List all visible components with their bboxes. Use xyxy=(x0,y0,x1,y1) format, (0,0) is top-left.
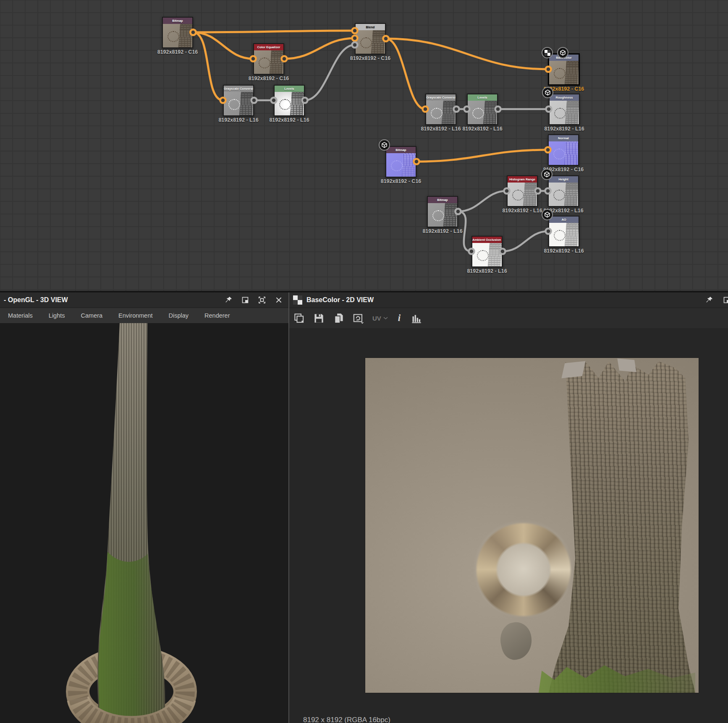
save-icon[interactable] xyxy=(313,313,325,324)
node-bitmap1[interactable]: Bitmap xyxy=(162,17,193,48)
image-size-status: 8192 x 8192 (RGBA 16bpc) xyxy=(303,716,390,723)
node-caption: 8192x8192 - C16 xyxy=(363,178,439,184)
node-thumbnail xyxy=(224,92,253,115)
node-thumbnail xyxy=(508,183,537,206)
node-bitmap2[interactable]: Bitmap xyxy=(385,146,416,177)
node-height[interactable]: Height xyxy=(548,175,579,207)
uv-mode-dropdown[interactable]: UV xyxy=(372,315,388,322)
node-thumbnail xyxy=(163,24,192,47)
node-levels2[interactable]: Levels xyxy=(467,94,498,125)
node-header: Ambient Occlusion (HB... xyxy=(472,237,502,243)
copy-icon[interactable] xyxy=(333,313,344,324)
node-gs1[interactable]: Grayscale Conversion xyxy=(223,85,254,116)
node-header: Levels xyxy=(275,86,304,92)
node-thumbnail xyxy=(468,101,497,124)
panel-3d-menubar: MaterialsLightsCameraEnvironmentDisplayR… xyxy=(0,308,288,323)
panel-2d-toolbar: UV i xyxy=(289,308,728,328)
node-caption: 8192x8192 - L16 xyxy=(251,117,327,123)
node-header: Grayscale Conversion xyxy=(224,86,253,92)
panel-2d-titlebar: BaseColor - 2D VIEW xyxy=(289,292,728,308)
node-thumbnail xyxy=(472,243,502,266)
maximize-icon[interactable] xyxy=(258,296,266,304)
node-header: Blend xyxy=(356,24,385,30)
checker-panel-icon xyxy=(293,295,302,305)
panel-2d-view: BaseColor - 2D VIEW xyxy=(288,292,728,723)
bottom-panels: - OpenGL - 3D VIEW MaterialsLightsCamera… xyxy=(0,291,728,723)
node-gs2[interactable]: Grayscale Conversion xyxy=(425,94,456,125)
menu-camera[interactable]: Camera xyxy=(73,312,111,319)
float-window-icon[interactable] xyxy=(723,296,728,304)
node-caption: 8192x8192 - C16 xyxy=(333,55,408,61)
node-caption: 8192x8192 - L16 xyxy=(445,126,520,132)
node-thumbnail xyxy=(275,92,304,115)
view-3d-cube-icon[interactable] xyxy=(557,47,568,58)
node-aoout[interactable]: AO xyxy=(548,216,579,247)
node-coloreq[interactable]: Color Equalizer xyxy=(253,43,284,75)
node-blend[interactable]: Blend xyxy=(355,23,386,55)
node-caption: 8192x8192 - C16 xyxy=(140,49,215,55)
node-caption: 8192x8192 - L16 xyxy=(526,248,602,254)
view-3d-cube-icon[interactable] xyxy=(379,139,390,151)
node-header: Color Equalizer xyxy=(254,44,283,50)
info-icon[interactable]: i xyxy=(396,313,402,324)
node-thumbnail xyxy=(428,203,457,227)
node-roughness[interactable]: Roughness xyxy=(549,94,580,125)
menu-environment[interactable]: Environment xyxy=(110,312,160,319)
node-header: AO xyxy=(549,217,579,223)
node-header: Bitmap xyxy=(163,18,192,24)
node-levels1[interactable]: Levels xyxy=(274,85,305,116)
histogram-icon[interactable] xyxy=(411,313,422,324)
pin-icon[interactable] xyxy=(225,296,232,304)
node-caption: 8192x8192 - C16 xyxy=(526,86,602,92)
node-caption: 8192x8192 - C16 xyxy=(231,76,306,81)
view-2d-checker-icon[interactable] xyxy=(542,47,553,58)
menu-lights[interactable]: Lights xyxy=(41,312,73,319)
node-thumbnail xyxy=(549,223,579,246)
node-bitmap3[interactable]: Bitmap xyxy=(427,196,458,227)
node-thumbnail xyxy=(549,183,578,206)
panel-3d-title: - OpenGL - 3D VIEW xyxy=(0,296,68,304)
viewport-3d[interactable] xyxy=(0,323,288,723)
menu-materials[interactable]: Materials xyxy=(0,312,41,319)
pin-icon[interactable] xyxy=(705,296,713,304)
basecolor-texture-image xyxy=(365,358,699,693)
uv-label: UV xyxy=(372,315,381,322)
view-3d-cube-icon[interactable] xyxy=(542,87,553,98)
node-histrange[interactable]: Histogram Range xyxy=(507,175,538,207)
node-thumbnail xyxy=(550,101,579,124)
node-thumbnail xyxy=(549,61,579,84)
menu-renderer[interactable]: Renderer xyxy=(196,312,238,319)
close-icon[interactable] xyxy=(275,296,283,304)
tree-trunk-render xyxy=(0,323,288,723)
node-basecolor[interactable]: BaseColor xyxy=(548,54,579,85)
node-header: Normal xyxy=(549,135,578,141)
node-header: Bitmap xyxy=(428,197,457,203)
panel-2d-title: BaseColor - 2D VIEW xyxy=(306,296,374,304)
node-thumbnail xyxy=(356,30,385,54)
node-thumbnail xyxy=(549,141,578,165)
node-normal[interactable]: Normal xyxy=(548,134,579,166)
node-header: Roughness xyxy=(550,94,579,101)
node-header: Histogram Range xyxy=(508,176,537,183)
view-3d-cube-icon[interactable] xyxy=(541,169,553,180)
node-thumbnail xyxy=(254,50,283,74)
panel-3d-titlebar: - OpenGL - 3D VIEW xyxy=(0,292,288,308)
reload-image-icon[interactable] xyxy=(353,313,364,324)
viewport-2d[interactable]: 8192 x 8192 (RGBA 16bpc) xyxy=(289,328,728,723)
leaf-ring xyxy=(475,522,572,617)
node-thumbnail xyxy=(386,153,416,177)
node-aonode[interactable]: Ambient Occlusion (HB... xyxy=(471,236,503,267)
node-caption: 8192x8192 - L16 xyxy=(526,208,601,214)
node-caption: 8192x8192 - L16 xyxy=(526,126,602,132)
node-header: Grayscale Conversion xyxy=(426,94,456,101)
node-header: Bitmap xyxy=(386,147,416,153)
float-window-icon[interactable] xyxy=(241,296,249,304)
node-header: Levels xyxy=(468,94,497,101)
menu-display[interactable]: Display xyxy=(161,312,197,319)
view-3d-cube-icon[interactable] xyxy=(542,209,553,220)
graph-nodes: Bitmap8192x8192 - C16Color Equalizer8192… xyxy=(0,0,728,291)
export-image-icon[interactable] xyxy=(293,313,305,324)
node-graph-canvas[interactable]: Bitmap8192x8192 - C16Color Equalizer8192… xyxy=(0,0,728,291)
bark-gap-patch xyxy=(562,361,586,378)
bark-gap-patch xyxy=(618,359,636,372)
